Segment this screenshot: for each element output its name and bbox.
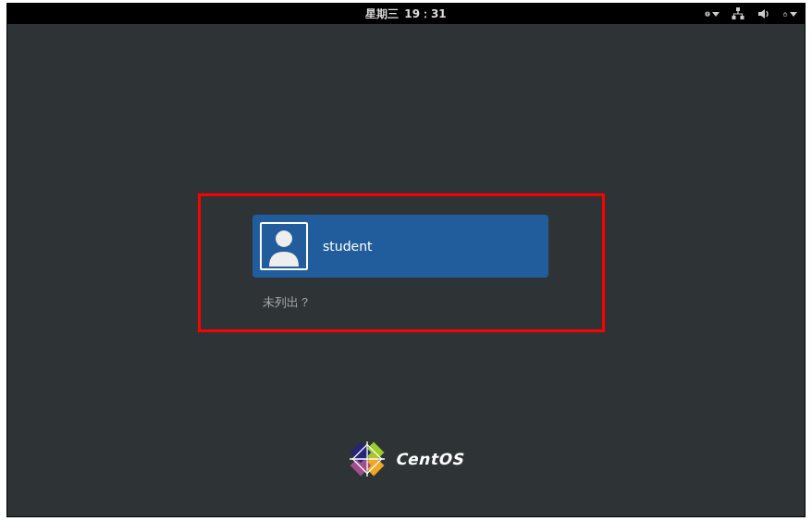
svg-rect-4 — [741, 16, 744, 19]
accessibility-menu[interactable] — [705, 6, 720, 21]
svg-point-1 — [707, 12, 707, 13]
centos-logo-icon — [349, 440, 386, 478]
login-screen: 星期三 19：31 — [6, 3, 806, 517]
power-icon — [782, 7, 788, 21]
svg-rect-2 — [736, 7, 740, 11]
svg-point-7 — [276, 230, 292, 247]
brand-name: CentOS — [395, 450, 463, 468]
time-label: 19：31 — [404, 6, 446, 22]
person-icon — [264, 226, 304, 267]
svg-rect-3 — [732, 16, 736, 19]
network-icon[interactable] — [731, 6, 745, 21]
chevron-down-icon — [712, 12, 720, 17]
user-entry[interactable]: student — [252, 215, 548, 278]
power-menu[interactable] — [782, 6, 797, 21]
not-listed-link[interactable]: 未列出？ — [263, 294, 311, 311]
clock[interactable]: 星期三 19：31 — [365, 6, 446, 22]
top-bar: 星期三 19：31 — [7, 4, 805, 24]
day-label: 星期三 — [365, 6, 399, 22]
chevron-down-icon — [790, 12, 797, 17]
status-area — [705, 6, 797, 21]
volume-icon[interactable] — [757, 6, 771, 21]
user-name-label: student — [323, 239, 373, 254]
branding: CentOS — [349, 440, 463, 478]
accessibility-icon — [705, 6, 710, 21]
avatar — [260, 222, 308, 270]
